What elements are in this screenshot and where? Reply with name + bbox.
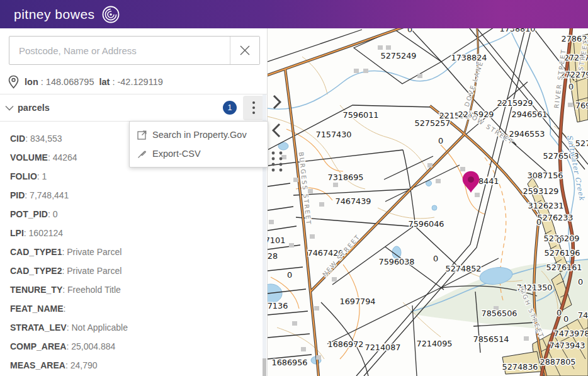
layer-options-menu: Search in Property.Gov Export-CSV [129, 121, 268, 168]
parcel-label: 28 [268, 251, 278, 261]
chevron-right-icon [273, 94, 281, 110]
attribute-row: POT_PID: 0 [10, 205, 256, 224]
parcel-label: 5276233 [538, 213, 574, 222]
parcel-label: 7596011 [343, 110, 379, 120]
pitney-bowes-logo-icon [101, 5, 120, 24]
parcel-label: 769 [575, 101, 588, 110]
clear-search-button[interactable] [230, 37, 259, 64]
menu-item-search-property-gov[interactable]: Search in Property.Gov [130, 125, 268, 144]
parcel-label: 7318695 [328, 173, 364, 182]
parcel-label: 2215929 [497, 98, 533, 108]
parcel-label: 5276161 [546, 263, 582, 272]
map-pin-icon[interactable] [463, 171, 480, 193]
external-link-icon [137, 130, 147, 140]
parcel-label: 0 [536, 217, 541, 227]
parcel-label: 7214087 [365, 343, 401, 352]
parcel-label: 0 [438, 136, 443, 145]
collapse-panel-button[interactable] [269, 93, 285, 111]
parcel-label: 5274836 [502, 362, 538, 372]
attribute-row: FOLIO: 1 [10, 167, 256, 186]
parcel-label: 2946561 [512, 110, 548, 119]
parcel-label: 0 [407, 28, 412, 34]
attribute-row: COMP_AREA: 25,004.884 [10, 337, 256, 356]
parcel-label: 5275257 [415, 118, 451, 128]
parcel-label: 3087156 [528, 171, 563, 180]
layer-options-button[interactable] [243, 96, 264, 120]
attribute-row: CAD_TYPE1: Private Parcel [10, 242, 256, 261]
parcel-label: 1697794 [340, 297, 376, 306]
layer-name: parcels [18, 103, 50, 113]
parcel-label: 1738824 [451, 53, 487, 62]
parcel-label: 7596038 [379, 257, 415, 266]
search-input[interactable] [9, 37, 230, 64]
parcel-label: 0 [568, 82, 574, 91]
attribute-row: CAD_TYPE2: Private Parcel [10, 261, 256, 280]
attribute-row: MEAS_AREA: 24,790 [10, 356, 256, 375]
latitude-value: lat : -42.129119 [99, 77, 162, 87]
parcel-label: 0 [557, 236, 562, 245]
scrollbar-thumb[interactable] [263, 358, 266, 376]
parcel-label: 0 [287, 270, 292, 280]
map-svg: 1738810027862352752491738824272272722790… [268, 28, 588, 376]
parcel-label: 2887805 [540, 357, 576, 367]
parcel-label: 1738810 [500, 28, 536, 33]
attribute-row: TENURE_TY: Freehold Title [10, 280, 256, 299]
parcel-label: 7856514 [473, 334, 509, 344]
parcel-label: 7214095 [417, 339, 453, 348]
parcel-label: 3126231 [528, 201, 564, 210]
parcel-label: 2946553 [509, 129, 545, 139]
parcel-label: 7473943 [550, 341, 585, 350]
menu-item-export-csv[interactable]: Export-CSV [130, 144, 268, 163]
sidebar: lon : 148.068795 lat : -42.129119 parcel… [0, 28, 268, 376]
parcel-label: 5276196 [545, 248, 580, 258]
chevron-left-icon [272, 123, 281, 138]
parcel-label: 7596046 [409, 219, 444, 229]
attribute-row: PID: 7,748,441 [10, 186, 256, 205]
parcel-label: 1686956 [272, 358, 308, 367]
parcel-label: 74 [578, 310, 588, 320]
parcel-label: 2593129 [523, 186, 559, 196]
attribute-row: LPI: 1602124 [10, 224, 256, 242]
parcel-label: 0 [563, 314, 568, 324]
map-canvas[interactable]: 1738810027862352752491738824272272722790… [268, 28, 588, 376]
parcel-label: 1686972 [328, 339, 364, 349]
parcel-label: 5275249 [381, 51, 417, 60]
parcel-label: 7101 [268, 236, 285, 245]
attribute-row: STRATA_LEV: Not Applicable [10, 318, 256, 337]
brand-wordmark: pitney bowes [14, 7, 95, 22]
expand-panel-button[interactable] [269, 122, 284, 139]
result-count-badge: 1 [223, 101, 237, 115]
dots-grid-icon [270, 150, 284, 173]
parcels-layer-row: parcels 1 [0, 94, 268, 122]
longitude-value: lon : 148.068795 [25, 77, 94, 87]
kebab-menu-icon [252, 101, 255, 104]
parcel-label: 527 [575, 139, 588, 148]
app-header: pitney bowes [0, 0, 588, 28]
parcel-label: 0 [578, 277, 583, 287]
chevron-down-icon[interactable] [5, 105, 14, 111]
parcel-label: 7157430 [316, 130, 352, 139]
street-label: DOVE LANE [463, 60, 485, 108]
parcel-label: 0 [557, 308, 562, 317]
drag-handle[interactable] [269, 149, 285, 173]
coordinates-row: lon : 148.068795 lat : -42.129119 [0, 70, 268, 94]
link-icon [137, 149, 147, 159]
search-box [9, 36, 260, 65]
close-icon [239, 44, 251, 57]
parcel-label: 7136 [268, 301, 288, 310]
location-pin-icon [8, 75, 20, 89]
parcel-label: 7473978 [554, 329, 588, 338]
parcel-label: 0 [433, 254, 438, 263]
parcel-label: 5274852 [446, 264, 482, 273]
attribute-row: FEAT_NAME: [10, 299, 256, 318]
parcel-label: 7467439 [336, 197, 371, 206]
parcel-label: 7856506 [482, 309, 517, 318]
